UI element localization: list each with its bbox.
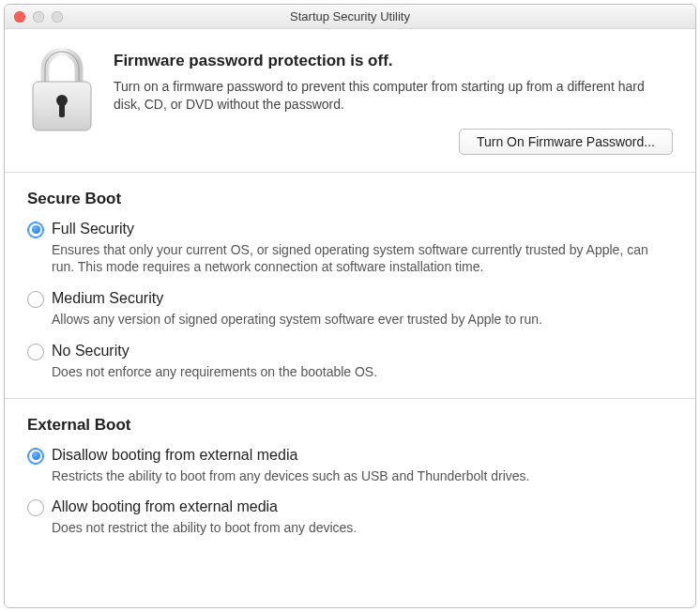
secure-boot-heading: Secure Boot (27, 190, 673, 208)
secure-boot-section: Secure Boot Full Security Ensures that o… (5, 173, 695, 398)
radio-icon (27, 499, 44, 516)
radio-description: Does not enforce any requirements on the… (52, 363, 673, 381)
firmware-text: Firmware password protection is off. Tur… (114, 46, 673, 155)
minimize-button[interactable] (33, 11, 44, 23)
maximize-button[interactable] (52, 11, 63, 23)
lock-icon (27, 46, 97, 136)
radio-title: Full Security (52, 220, 673, 239)
external-boot-heading: External Boot (27, 416, 673, 435)
secure-boot-option-full[interactable]: Full Security Ensures that only your cur… (27, 220, 673, 277)
titlebar: Startup Security Utility (5, 5, 695, 29)
secure-boot-option-medium[interactable]: Medium Security Allows any version of si… (27, 289, 673, 329)
radio-icon (27, 291, 44, 308)
close-button[interactable] (14, 11, 25, 23)
radio-title: No Security (52, 342, 673, 361)
external-boot-section: External Boot Disallow booting from exte… (5, 399, 695, 554)
radio-description: Restricts the ability to boot from any d… (52, 467, 673, 485)
traffic-lights (14, 11, 63, 23)
firmware-description: Turn on a firmware password to prevent t… (114, 78, 673, 114)
external-boot-option-disallow[interactable]: Disallow booting from external media Res… (27, 446, 673, 485)
radio-description: Allows any version of signed operating s… (52, 311, 673, 329)
radio-title: Allow booting from external media (52, 497, 673, 517)
secure-boot-option-none[interactable]: No Security Does not enforce any require… (27, 342, 673, 381)
window-title: Startup Security Utility (5, 9, 695, 23)
external-boot-option-allow[interactable]: Allow booting from external media Does n… (27, 497, 673, 537)
radio-icon (27, 344, 44, 360)
radio-icon (27, 448, 44, 465)
firmware-section: Firmware password protection is off. Tur… (5, 29, 695, 172)
radio-description: Ensures that only your current OS, or si… (52, 241, 673, 277)
svg-rect-2 (59, 102, 65, 117)
turn-on-firmware-password-button[interactable]: Turn On Firmware Password... (459, 129, 673, 155)
radio-title: Medium Security (52, 289, 673, 309)
radio-title: Disallow booting from external media (52, 446, 673, 466)
radio-description: Does not restrict the ability to boot fr… (52, 519, 673, 537)
radio-icon (27, 222, 44, 238)
firmware-heading: Firmware password protection is off. (114, 52, 673, 70)
window: Startup Security Utility (4, 4, 696, 608)
